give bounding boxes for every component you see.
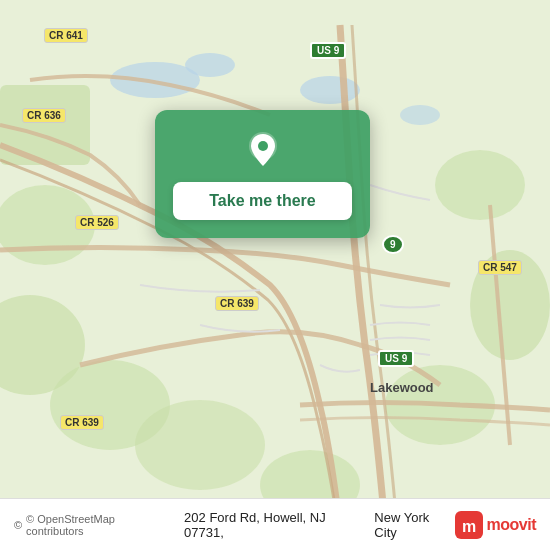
footer-bar: © © OpenStreetMap contributors 202 Ford … xyxy=(0,498,550,550)
map-background xyxy=(0,0,550,550)
road-sign-us9-top: US 9 xyxy=(310,42,346,59)
svg-point-9 xyxy=(435,150,525,220)
copyright-symbol: © xyxy=(14,519,22,531)
location-card: Take me there xyxy=(155,110,370,238)
footer-info: © © OpenStreetMap contributors 202 Ford … xyxy=(14,510,455,540)
moovit-logo: m moovit xyxy=(455,511,536,539)
footer-source: © OpenStreetMap contributors xyxy=(26,513,174,537)
svg-text:m: m xyxy=(461,518,475,535)
svg-point-15 xyxy=(258,141,268,151)
road-label-cr547: CR 547 xyxy=(478,260,522,275)
road-label-cr639-bot: CR 639 xyxy=(60,415,104,430)
footer-location: New York City xyxy=(374,510,454,540)
svg-point-4 xyxy=(400,105,440,125)
road-sign-us9-bot: US 9 xyxy=(378,350,414,367)
svg-point-2 xyxy=(185,53,235,77)
moovit-icon: m xyxy=(455,511,483,539)
road-label-cr636: CR 636 xyxy=(22,108,66,123)
map-container: CR 641 CR 636 CR 526 US 9 9 US 9 CR 639 … xyxy=(0,0,550,550)
road-sign-9-mid: 9 xyxy=(382,235,404,254)
city-label-lakewood: Lakewood xyxy=(370,380,434,395)
road-label-cr641: CR 641 xyxy=(44,28,88,43)
moovit-brand-text: moovit xyxy=(487,516,536,534)
footer-address: 202 Ford Rd, Howell, NJ 07731, xyxy=(184,510,367,540)
road-label-cr639-mid: CR 639 xyxy=(215,296,259,311)
take-me-there-button[interactable]: Take me there xyxy=(173,182,352,220)
location-pin-icon xyxy=(241,128,285,172)
svg-point-3 xyxy=(300,76,360,104)
road-label-cr526: CR 526 xyxy=(75,215,119,230)
svg-point-12 xyxy=(135,400,265,490)
